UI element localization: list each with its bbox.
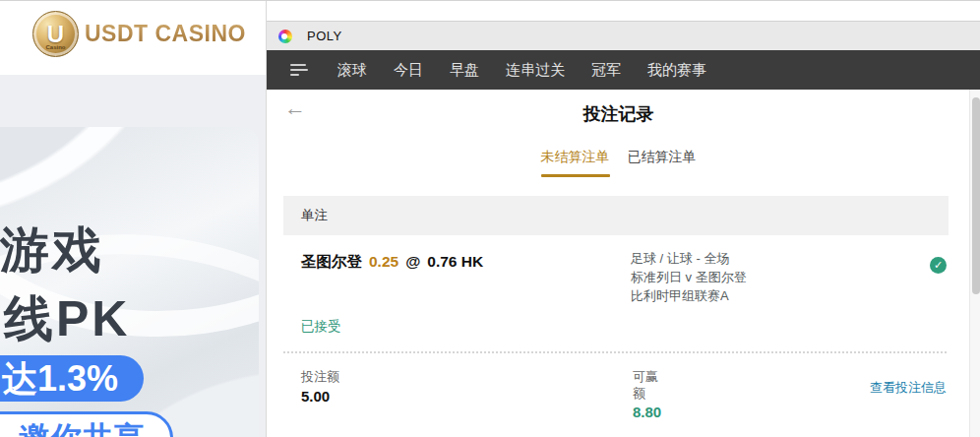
win-label: 可赢额 [633, 368, 666, 402]
banner-title-line2: 线PK [4, 286, 130, 352]
stake-value: 5.00 [301, 388, 339, 405]
sports-navbar: 滚球 今日 早盘 连串过关 冠军 我的赛事 [267, 50, 980, 90]
bet-tabs: 未结算注单 已结算注单 [267, 149, 970, 177]
banner-title-line1: 游戏 [0, 218, 104, 283]
win-block: 可赢额 8.80 [633, 368, 666, 420]
bet-market: 足球 / 让球 - 全场 [631, 249, 747, 268]
nav-item-parlay[interactable]: 连串过关 [506, 61, 565, 80]
dotted-divider [283, 351, 947, 353]
popup-titlebar: POLY [267, 21, 980, 50]
promo-banner[interactable]: 游戏 线PK 达1.3% 邀你共享 [0, 127, 259, 437]
bet-status: 已接受 [301, 318, 341, 336]
stake-label: 投注额 [301, 368, 339, 385]
coin-small-label: Casino [33, 44, 78, 50]
left-page-region: U Casino USDT CASINO 游戏 线PK 达1.3% 邀你共享 [0, 1, 266, 437]
win-value: 8.80 [633, 404, 666, 420]
usdt-coin-logo-icon: U Casino [32, 11, 79, 57]
nav-item-my-events[interactable]: 我的赛事 [647, 61, 706, 80]
menu-sort-icon[interactable] [290, 64, 308, 76]
bet-match: 标准列日 v 圣图尔登 [631, 268, 747, 286]
bet-league: 比利时甲组联赛A [631, 286, 747, 305]
tab-settled[interactable]: 已结算注单 [628, 149, 697, 177]
nav-item-today[interactable]: 今日 [394, 61, 423, 80]
page-title: 投注记录 [267, 102, 970, 126]
bet-records-page: ← 投注记录 未结算注单 已结算注单 单注 圣图尔登0.25@0.76 HK 足… [267, 90, 970, 437]
poly-rainbow-icon [278, 30, 292, 43]
site-logo[interactable]: U Casino USDT CASINO [32, 11, 246, 57]
coin-letter: U [47, 23, 64, 46]
nav-item-champion[interactable]: 冠军 [591, 61, 621, 80]
popup-window-title: POLY [307, 29, 342, 43]
site-header: U Casino USDT CASINO [0, 1, 266, 75]
tab-unsettled[interactable]: 未结算注单 [541, 149, 610, 177]
nav-item-early[interactable]: 早盘 [450, 61, 479, 80]
bet-details: 足球 / 让球 - 全场 标准列日 v 圣图尔登 比利时甲组联赛A [631, 249, 747, 305]
banner-invite-pill: 邀你共享 [0, 411, 173, 437]
nav-item-live[interactable]: 滚球 [337, 61, 367, 80]
site-logo-text: USDT CASINO [85, 21, 246, 47]
banner-rate-pill: 达1.3% [0, 355, 144, 402]
poly-popup-window: POLY 滚球 今日 早盘 连串过关 冠军 我的赛事 ← 投注记录 未结算注单 … [266, 1, 980, 437]
bet-selection-line: 圣图尔登0.25@0.76 HK [301, 252, 483, 273]
stake-block: 投注额 5.00 [301, 368, 339, 405]
scrollbar-thumb[interactable] [972, 97, 980, 294]
section-header-single: 单注 [283, 196, 949, 235]
bet-at-symbol: @ [405, 253, 420, 270]
bet-selection: 圣图尔登 [301, 253, 362, 270]
bet-odds: 0.76 HK [427, 253, 483, 270]
scrollbar-track[interactable] [969, 90, 980, 437]
view-bet-info-link[interactable]: 查看投注信息 [870, 379, 947, 397]
bet-handicap: 0.25 [369, 253, 398, 270]
accepted-check-icon: ✓ [930, 257, 947, 274]
